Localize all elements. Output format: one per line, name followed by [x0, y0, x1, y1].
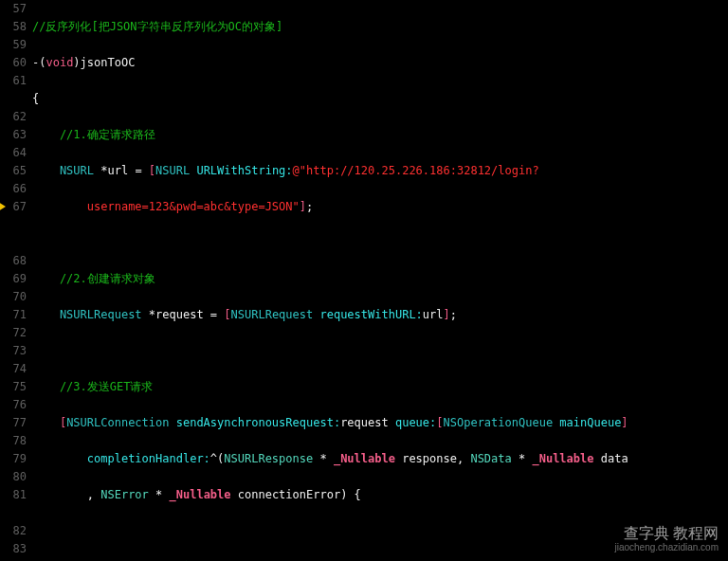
comment: //反序列化[把JSON字符串反序列化为OC的对象] [32, 20, 282, 33]
line-number: 68 [0, 252, 27, 270]
line-number: 70 [0, 288, 27, 306]
line-number: 60 [0, 54, 27, 72]
code-line: [NSURLConnection sendAsynchronousRequest… [32, 414, 728, 432]
code-line: //1.确定请求路径 [32, 126, 728, 144]
code-line: username=123&pwd=abc&type=JSON"]; [32, 198, 728, 216]
line-number: 59 [0, 36, 27, 54]
line-number: 62 [0, 108, 27, 126]
line-number: 78 [0, 432, 27, 450]
line-number [0, 504, 27, 522]
code-line: , NSError * _Nullable connectionError) { [32, 486, 728, 504]
line-number: 64 [0, 144, 27, 162]
line-number: 83 [0, 540, 27, 558]
line-number-gutter: 5758596061 626364656667 6869707172737475… [0, 0, 32, 561]
code-line [32, 234, 728, 252]
line-number [0, 216, 27, 234]
line-number: 57 [0, 0, 27, 18]
line-number: 79 [0, 450, 27, 468]
code-line: NSURL *url = [NSURL URLWithString:@"http… [32, 162, 728, 180]
code-line: //3.发送GET请求 [32, 378, 728, 396]
code-line: NSURLRequest *request = [NSURLRequest re… [32, 306, 728, 324]
code-line [32, 342, 728, 360]
line-number: 58 [0, 18, 27, 36]
line-number: 61 [0, 72, 27, 90]
code-line: -(void)jsonToOC [32, 54, 728, 72]
line-number: 81 [0, 486, 27, 504]
line-number: 67 [0, 198, 27, 216]
code-line: completionHandler:^(NSURLResponse * _Nul… [32, 450, 728, 468]
code-line: //反序列化[把JSON字符串反序列化为OC的对象] [32, 18, 728, 36]
line-number: 72 [0, 324, 27, 342]
code-line: { [32, 90, 728, 108]
line-number [0, 234, 27, 252]
line-number: 66 [0, 180, 27, 198]
code-line: //2.创建请求对象 [32, 270, 728, 288]
line-number [0, 90, 27, 108]
line-number: 80 [0, 468, 27, 486]
code-editor[interactable]: 5758596061 626364656667 6869707172737475… [0, 0, 728, 561]
line-number: 82 [0, 522, 27, 540]
code-area[interactable]: //反序列化[把JSON字符串反序列化为OC的对象] -(void)jsonTo… [32, 0, 728, 561]
line-number: 77 [0, 414, 27, 432]
code-line [32, 522, 728, 540]
line-number: 71 [0, 306, 27, 324]
line-number: 63 [0, 126, 27, 144]
line-number: 76 [0, 396, 27, 414]
line-number: 73 [0, 342, 27, 360]
line-number: 65 [0, 162, 27, 180]
line-number: 69 [0, 270, 27, 288]
line-number: 74 [0, 360, 27, 378]
line-number: 75 [0, 378, 27, 396]
